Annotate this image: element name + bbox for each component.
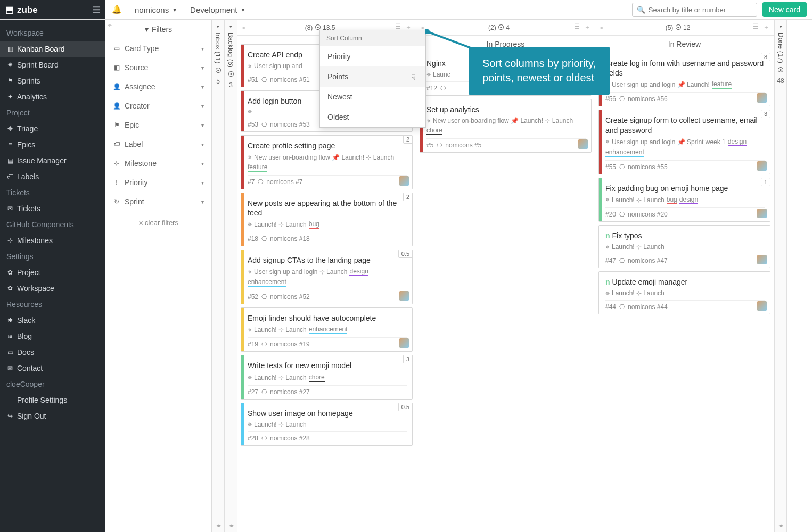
filter-icon: 🏷 bbox=[113, 140, 120, 148]
sort-column-popup: Sort Column PriorityPoints☟NewestOldest bbox=[319, 30, 426, 128]
kanban-card[interactable]: 8 Create log in form with username and p… bbox=[598, 53, 770, 106]
label-tag: bug bbox=[667, 196, 677, 204]
sort-icon[interactable]: ☰ bbox=[574, 23, 580, 32]
filter-milestone[interactable]: ⊹Milestone▾ bbox=[105, 154, 211, 173]
filter-assignee[interactable]: 👤Assignee▾ bbox=[105, 77, 211, 96]
filters-panel: ◂▸ ▾ Filters ▭Card Type▾◧Source▾👤Assigne… bbox=[105, 20, 212, 532]
points-icon: ⦿ bbox=[228, 71, 234, 78]
epic-icon: ✵ bbox=[605, 139, 610, 145]
sort-option-oldest[interactable]: Oldest bbox=[320, 107, 425, 127]
expand-icon[interactable]: ◂▸ bbox=[775, 522, 786, 529]
sidebar-item-sign-out[interactable]: ↪Sign Out bbox=[0, 408, 105, 424]
kanban-card[interactable]: 3 Write tests for new emoji model ✵ Laun… bbox=[241, 355, 413, 399]
expand-icon[interactable]: ◂▸ bbox=[225, 522, 237, 529]
sidebar-item-milestones[interactable]: ⊹Milestones bbox=[0, 232, 105, 248]
sort-option-priority[interactable]: Priority bbox=[320, 46, 425, 66]
nav-label: Triage bbox=[17, 124, 38, 133]
points-badge: 2 bbox=[403, 135, 413, 144]
nav-icon: ✦ bbox=[6, 93, 14, 101]
kanban-card[interactable]: 0.5 Add signup CTAs to the landing page … bbox=[241, 250, 413, 304]
label-tag: chore bbox=[426, 127, 442, 135]
sidebar-item-workspace[interactable]: ✿Workspace bbox=[0, 280, 105, 296]
kanban-card[interactable]: nUpdate emoji manager ✵ Launch! ⊹ Launch… bbox=[598, 271, 770, 314]
nav-icon: ≡ bbox=[6, 141, 14, 148]
repo-icon: ⎔ bbox=[619, 163, 625, 171]
card-meta: ✵ Launch! ⊹ Launch bug design bbox=[605, 196, 765, 204]
assignee-avatar bbox=[399, 338, 409, 348]
sidebar-toggle-icon[interactable]: ☰ bbox=[93, 5, 100, 15]
filter-label[interactable]: 🏷Label▾ bbox=[105, 135, 211, 154]
card-ident: #5 ⎔ nomicons #5 bbox=[426, 138, 586, 149]
filter-source[interactable]: ◧Source▾ bbox=[105, 58, 211, 77]
sidebar-item-profile-settings[interactable]: Profile Settings bbox=[0, 392, 105, 408]
sidebar-item-issue-manager[interactable]: ▤Issue Manager bbox=[0, 153, 105, 169]
sidebar-item-triage[interactable]: ✥Triage bbox=[0, 121, 105, 137]
sidebar-section-label: Project bbox=[0, 105, 105, 121]
kanban-card[interactable]: nFix typos ✵ Launch! ⊹ Launch #47 ⎔ nomi… bbox=[598, 225, 770, 268]
sidebar-item-blog[interactable]: ≋Blog bbox=[0, 328, 105, 344]
sort-option-newest[interactable]: Newest bbox=[320, 87, 425, 107]
assignee-avatar bbox=[399, 291, 409, 301]
column-backlog-collapsed[interactable]: ▾ Backlog (6) ⦿ 3 ◂▸ bbox=[225, 20, 237, 532]
filter-priority[interactable]: !Priority▾ bbox=[105, 173, 211, 192]
label-tag: enhancement bbox=[309, 326, 348, 334]
breadcrumb-project[interactable]: Development ▼ bbox=[184, 5, 252, 14]
caret-down-icon: ▾ bbox=[780, 24, 782, 29]
sidebar-item-tickets[interactable]: ✉Tickets bbox=[0, 201, 105, 217]
callout-line1: Sort columns by priority, bbox=[482, 56, 596, 71]
sidebar-item-slack[interactable]: ✱Slack bbox=[0, 312, 105, 328]
breadcrumb-org[interactable]: nomicons ▼ bbox=[128, 5, 184, 14]
kanban-card[interactable]: Emoji finder should have autocomplete ✵ … bbox=[241, 307, 413, 352]
filter-epic[interactable]: ⚑Epic▾ bbox=[105, 115, 211, 135]
kanban-card[interactable]: 0.5 Show user image on homepage ✵ Launch… bbox=[241, 403, 413, 446]
new-card-button[interactable]: New card bbox=[762, 2, 807, 17]
assignee-avatar bbox=[578, 139, 588, 149]
sidebar-item-docs[interactable]: ▭Docs bbox=[0, 344, 105, 360]
priority-stripe bbox=[599, 178, 602, 221]
label-tag: feature bbox=[712, 80, 732, 89]
sort-icon[interactable]: ☰ bbox=[753, 23, 759, 32]
points-value: 3 bbox=[229, 81, 233, 89]
column-inbox-collapsed[interactable]: ▾ Inbox (11) ⦿ 5 ◂▸ bbox=[212, 20, 225, 532]
drag-handle-icon[interactable]: ◂▸ bbox=[108, 22, 111, 28]
add-icon[interactable]: ＋ bbox=[584, 23, 590, 32]
card-meta: ✵ User sign up and login 📌 Sprint week 1… bbox=[605, 138, 765, 157]
sidebar-item-labels[interactable]: 🏷Labels bbox=[0, 169, 105, 185]
kanban-card[interactable]: Set up analytics ✵ New user on-boarding … bbox=[420, 99, 592, 153]
filter-label: Sprint bbox=[125, 197, 144, 206]
clear-filters-button[interactable]: clear filters bbox=[105, 211, 211, 234]
card-title: New posts are appearing at the bottom of… bbox=[248, 198, 407, 218]
caret-down-icon: ▾ bbox=[217, 24, 219, 29]
search-box[interactable]: 🔍 bbox=[632, 3, 757, 17]
sidebar-section-label: Resources bbox=[0, 296, 105, 312]
caret-down-icon: ▾ bbox=[201, 122, 204, 128]
sidebar-item-kanban-board[interactable]: ▥Kanban Board bbox=[0, 41, 105, 57]
search-input[interactable] bbox=[649, 6, 752, 14]
sidebar-item-sprints[interactable]: ⚑Sprints bbox=[0, 73, 105, 89]
card-title: nUpdate emoji manager bbox=[605, 277, 765, 287]
sidebar-item-contact[interactable]: ✉Contact bbox=[0, 360, 105, 376]
assignee-avatar bbox=[757, 301, 767, 311]
sidebar-item-sprint-board[interactable]: ✷Sprint Board bbox=[0, 57, 105, 73]
notifications-icon[interactable]: 🔔 bbox=[105, 5, 128, 14]
expand-icon[interactable]: ◂▸ bbox=[212, 522, 224, 529]
caret-down-icon: ▾ bbox=[201, 180, 204, 186]
kanban-card[interactable]: 1 Fix padding bug on emoji home page ✵ L… bbox=[598, 178, 770, 222]
kanban-card[interactable]: 3 Create signup form to collect username… bbox=[598, 110, 770, 174]
repo-icon: ⎔ bbox=[619, 303, 625, 311]
column-done-collapsed[interactable]: ▾ Done (17) ⦿ 48 ◂▸ bbox=[774, 20, 787, 532]
kanban-card[interactable]: 2 New posts are appearing at the bottom … bbox=[241, 193, 413, 246]
priority-stripe bbox=[241, 91, 244, 131]
filter-creator[interactable]: 👤Creator▾ bbox=[105, 96, 211, 115]
column-label: Done (17) bbox=[777, 32, 785, 63]
nav-icon: ✿ bbox=[6, 285, 14, 292]
filter-card-type[interactable]: ▭Card Type▾ bbox=[105, 39, 211, 58]
points-badge: 8 bbox=[761, 53, 770, 61]
kanban-card[interactable]: 2 Create profile setting page ✵ New user… bbox=[241, 135, 413, 189]
sidebar-item-epics[interactable]: ≡Epics bbox=[0, 137, 105, 153]
filter-sprint[interactable]: ↻Sprint▾ bbox=[105, 192, 211, 211]
sidebar-item-analytics[interactable]: ✦Analytics bbox=[0, 89, 105, 105]
sidebar-item-project[interactable]: ✿Project bbox=[0, 264, 105, 280]
sort-option-points[interactable]: Points☟ bbox=[320, 66, 425, 87]
add-icon[interactable]: ＋ bbox=[763, 23, 769, 32]
